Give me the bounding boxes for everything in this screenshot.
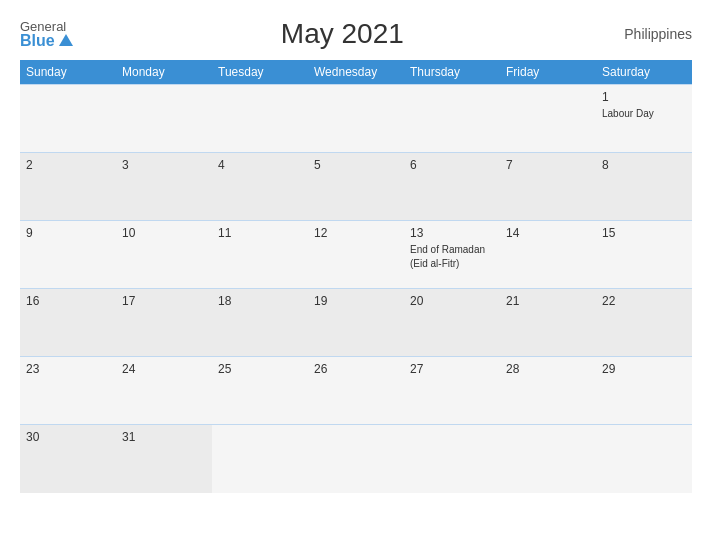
calendar-table: Sunday Monday Tuesday Wednesday Thursday… [20, 60, 692, 493]
day-number: 20 [410, 294, 494, 308]
calendar-cell: 9 [20, 221, 116, 289]
calendar-week-row: 16171819202122 [20, 289, 692, 357]
day-number: 2 [26, 158, 110, 172]
day-number: 25 [218, 362, 302, 376]
calendar-cell: 2 [20, 153, 116, 221]
calendar-week-row: 910111213End of Ramadan (Eid al-Fitr)141… [20, 221, 692, 289]
calendar-cell: 17 [116, 289, 212, 357]
logo: General Blue [20, 20, 73, 49]
calendar-cell: 29 [596, 357, 692, 425]
calendar-cell: 22 [596, 289, 692, 357]
country-label: Philippines [612, 26, 692, 42]
calendar-cell: 8 [596, 153, 692, 221]
header: General Blue May 2021 Philippines [20, 18, 692, 50]
calendar-cell: 3 [116, 153, 212, 221]
header-friday: Friday [500, 60, 596, 85]
calendar-cell [20, 85, 116, 153]
page: General Blue May 2021 Philippines Sunday… [0, 0, 712, 550]
calendar-cell [404, 85, 500, 153]
calendar-cell [308, 85, 404, 153]
day-number: 12 [314, 226, 398, 240]
day-number: 22 [602, 294, 686, 308]
calendar-week-row: 2345678 [20, 153, 692, 221]
calendar-cell [212, 425, 308, 493]
day-number: 8 [602, 158, 686, 172]
day-number: 7 [506, 158, 590, 172]
calendar-cell: 26 [308, 357, 404, 425]
day-number: 11 [218, 226, 302, 240]
calendar-cell [500, 425, 596, 493]
day-number: 4 [218, 158, 302, 172]
day-number: 24 [122, 362, 206, 376]
day-number: 16 [26, 294, 110, 308]
header-wednesday: Wednesday [308, 60, 404, 85]
calendar-cell [308, 425, 404, 493]
calendar-cell: 7 [500, 153, 596, 221]
day-number: 28 [506, 362, 590, 376]
calendar-cell: 30 [20, 425, 116, 493]
logo-triangle-icon [59, 34, 73, 46]
day-number: 19 [314, 294, 398, 308]
calendar-cell: 14 [500, 221, 596, 289]
day-number: 10 [122, 226, 206, 240]
day-number: 14 [506, 226, 590, 240]
day-number: 18 [218, 294, 302, 308]
calendar-week-row: 23242526272829 [20, 357, 692, 425]
calendar-cell [404, 425, 500, 493]
calendar-cell: 5 [308, 153, 404, 221]
day-number: 1 [602, 90, 686, 104]
day-number: 5 [314, 158, 398, 172]
day-number: 15 [602, 226, 686, 240]
day-number: 6 [410, 158, 494, 172]
day-number: 30 [26, 430, 110, 444]
calendar-cell [212, 85, 308, 153]
header-sunday: Sunday [20, 60, 116, 85]
calendar-cell: 24 [116, 357, 212, 425]
day-number: 29 [602, 362, 686, 376]
day-number: 3 [122, 158, 206, 172]
calendar-cell: 20 [404, 289, 500, 357]
header-monday: Monday [116, 60, 212, 85]
calendar-cell: 27 [404, 357, 500, 425]
calendar-cell: 10 [116, 221, 212, 289]
calendar-cell: 23 [20, 357, 116, 425]
day-number: 13 [410, 226, 494, 240]
calendar-week-row: 1Labour Day [20, 85, 692, 153]
calendar-cell: 12 [308, 221, 404, 289]
calendar-cell: 16 [20, 289, 116, 357]
day-number: 26 [314, 362, 398, 376]
logo-blue-text: Blue [20, 33, 73, 49]
calendar-cell: 13End of Ramadan (Eid al-Fitr) [404, 221, 500, 289]
header-thursday: Thursday [404, 60, 500, 85]
day-number: 17 [122, 294, 206, 308]
day-number: 27 [410, 362, 494, 376]
day-number: 9 [26, 226, 110, 240]
holiday-label: Labour Day [602, 108, 654, 119]
weekday-header-row: Sunday Monday Tuesday Wednesday Thursday… [20, 60, 692, 85]
calendar-cell: 25 [212, 357, 308, 425]
calendar-week-row: 3031 [20, 425, 692, 493]
holiday-label: End of Ramadan (Eid al-Fitr) [410, 244, 485, 269]
calendar-cell: 31 [116, 425, 212, 493]
calendar-cell: 21 [500, 289, 596, 357]
header-saturday: Saturday [596, 60, 692, 85]
calendar-cell [596, 425, 692, 493]
calendar-cell: 4 [212, 153, 308, 221]
calendar-cell: 1Labour Day [596, 85, 692, 153]
calendar-title: May 2021 [73, 18, 612, 50]
day-number: 23 [26, 362, 110, 376]
calendar-cell: 18 [212, 289, 308, 357]
calendar-cell: 11 [212, 221, 308, 289]
calendar-cell [116, 85, 212, 153]
day-number: 21 [506, 294, 590, 308]
calendar-cell: 6 [404, 153, 500, 221]
calendar-cell: 15 [596, 221, 692, 289]
header-tuesday: Tuesday [212, 60, 308, 85]
calendar-cell [500, 85, 596, 153]
logo-general-text: General [20, 20, 73, 33]
calendar-cell: 28 [500, 357, 596, 425]
day-number: 31 [122, 430, 206, 444]
calendar-cell: 19 [308, 289, 404, 357]
